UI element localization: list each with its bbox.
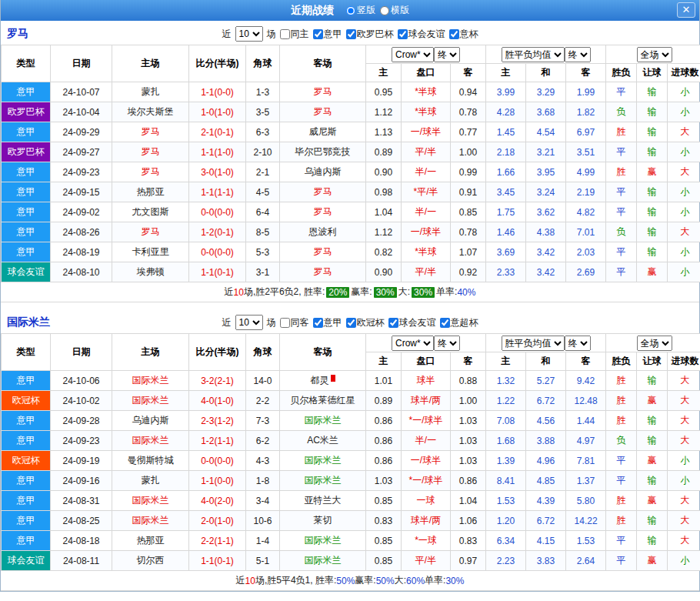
- away-team-label: 威尼斯: [309, 126, 337, 137]
- date-cell: 24-09-15: [51, 182, 112, 202]
- handicap-result-cell: 输: [637, 222, 668, 242]
- handicap-cell: 平/半: [402, 142, 451, 162]
- same-venue-checkbox[interactable]: 同客: [280, 316, 309, 329]
- league-filter-checkbox[interactable]: 意超杯: [440, 316, 478, 329]
- avg-draw: 3.88: [526, 431, 566, 451]
- scope-select[interactable]: 全场: [637, 47, 672, 62]
- corner-cell: 4-5: [246, 182, 280, 202]
- league-filter-input[interactable]: [346, 318, 356, 328]
- avg-home: 1.45: [486, 122, 526, 142]
- league-filter-label: 欧冠杯: [357, 316, 385, 329]
- col-header: 日期: [51, 334, 112, 371]
- away-team-label: 恩波利: [309, 226, 337, 237]
- corner-cell: 1-3: [246, 82, 280, 102]
- match-row: 意甲24-09-16蒙扎1-1(0-0)1-8国际米兰1.03*一/球半0.86…: [2, 471, 700, 491]
- league-cell: 意甲: [2, 491, 51, 511]
- summary-part: 大:: [395, 574, 406, 587]
- handicap-result-cell: 输: [637, 142, 668, 162]
- sub-header: 客: [566, 352, 606, 371]
- layout-option-vertical[interactable]: 竖版: [346, 4, 375, 17]
- same-venue-input[interactable]: [280, 318, 290, 328]
- match-count-select[interactable]: 10: [235, 26, 263, 42]
- handicap-result-cell: 赢: [637, 162, 668, 182]
- window-title: 近期战绩: [291, 4, 334, 18]
- avg-home: 1.46: [486, 222, 526, 242]
- avg-home: 2.33: [486, 262, 526, 282]
- league-filter-checkbox[interactable]: 意甲: [313, 28, 342, 41]
- away-team: 毕尔巴鄂竞技: [280, 142, 366, 162]
- vertical-radio[interactable]: [346, 6, 355, 15]
- result-cell: 平: [606, 471, 637, 491]
- home-team: 蒙扎: [112, 471, 189, 491]
- league-filter-input[interactable]: [313, 318, 323, 328]
- match-row: 意甲24-08-18热那亚2-2(1-1)1-4国际米兰0.85*一球0.836…: [2, 531, 700, 551]
- vertical-label: 竖版: [357, 4, 375, 17]
- match-row: 意甲24-09-28乌迪内斯2-3(1-2)7-3国际米兰0.86*一/球半1.…: [2, 411, 700, 431]
- away-team: 亚特兰大: [280, 491, 366, 511]
- handicap-cell: 球半: [402, 371, 451, 391]
- league-filter-input[interactable]: [398, 29, 408, 39]
- home-team: 曼彻斯特城: [112, 451, 189, 471]
- league-cell: 意甲: [2, 511, 51, 531]
- horizontal-label: 横版: [391, 4, 409, 17]
- date-cell: 24-09-02: [51, 202, 112, 222]
- score-cell: 2-2(1-1): [189, 531, 246, 551]
- league-filter-checkbox[interactable]: 欧罗巴杯: [346, 28, 394, 41]
- sub-header: 主: [366, 352, 402, 371]
- layout-option-horizontal[interactable]: 横版: [380, 4, 409, 17]
- match-count-select[interactable]: 10: [235, 315, 263, 330]
- odds-company-select[interactable]: Crow*: [392, 336, 434, 351]
- odds-state-select[interactable]: 终: [434, 336, 460, 351]
- home-odds: 0.83: [366, 511, 402, 531]
- avg-draw: 5.27: [526, 371, 566, 391]
- league-filter-checkbox[interactable]: 意杯: [449, 28, 478, 41]
- horizontal-radio[interactable]: [380, 6, 389, 15]
- goals-result-cell: 小: [668, 451, 700, 471]
- result-cell: 胜: [606, 411, 637, 431]
- league-filter-checkbox[interactable]: 球会友谊: [388, 316, 436, 329]
- league-filter-input[interactable]: [346, 29, 356, 39]
- avg-type-select[interactable]: 胜平负均值: [502, 336, 565, 351]
- summary-part: 场,胜2平6负2, 胜率:: [244, 285, 325, 299]
- home-odds: 0.86: [366, 431, 402, 451]
- avg-type-select[interactable]: 胜平负均值: [502, 47, 565, 62]
- league-filter-checkbox[interactable]: 欧冠杯: [346, 316, 385, 329]
- avg-draw: 4.96: [526, 451, 566, 471]
- league-filter-input[interactable]: [440, 318, 450, 328]
- avg-draw: 3.42: [526, 262, 566, 282]
- home-odds: 0.95: [366, 82, 402, 102]
- odds-company-select[interactable]: Crow*: [392, 47, 434, 62]
- handicap-cell: *半球: [402, 82, 451, 102]
- avg-away: 4.82: [566, 202, 606, 222]
- same-venue-label: 同主: [291, 28, 309, 41]
- date-cell: 24-08-18: [51, 531, 112, 551]
- home-odds: 1.01: [366, 371, 402, 391]
- avg-state-select[interactable]: 终: [565, 47, 591, 62]
- avg-home: 2.23: [486, 551, 526, 571]
- handicap-result-cell: 输: [637, 122, 668, 142]
- date-cell: 24-08-11: [51, 551, 112, 571]
- result-cell: 胜: [606, 511, 637, 531]
- away-team: 罗马: [280, 262, 366, 282]
- league-filter-input[interactable]: [388, 318, 398, 328]
- league-filter-input[interactable]: [313, 29, 323, 39]
- home-team: 国际米兰: [112, 511, 189, 531]
- league-filter-checkbox[interactable]: 意甲: [313, 316, 342, 329]
- result-cell: 平: [606, 82, 637, 102]
- avg-away: 6.97: [566, 122, 606, 142]
- same-venue-checkbox[interactable]: 同主: [280, 28, 309, 41]
- same-venue-input[interactable]: [280, 29, 290, 39]
- sub-header: 让球: [637, 64, 668, 82]
- league-filter-checkbox[interactable]: 球会友谊: [398, 28, 445, 41]
- league-filter-input[interactable]: [449, 29, 459, 39]
- goals-result-cell: 大: [668, 371, 700, 391]
- scope-select[interactable]: 全场: [637, 336, 672, 351]
- league-cell: 意甲: [2, 431, 51, 451]
- avg-state-select[interactable]: 终: [565, 336, 591, 351]
- away-team: 罗马: [280, 202, 366, 222]
- goals-result-cell: 小: [668, 262, 700, 282]
- match-row: 意甲24-09-23国际米兰1-2(1-1)6-2AC米兰0.86半/一1.03…: [2, 431, 700, 451]
- close-button[interactable]: ✕: [677, 2, 695, 18]
- odds-state-select[interactable]: 终: [434, 47, 460, 62]
- summary-part: 10: [234, 287, 244, 298]
